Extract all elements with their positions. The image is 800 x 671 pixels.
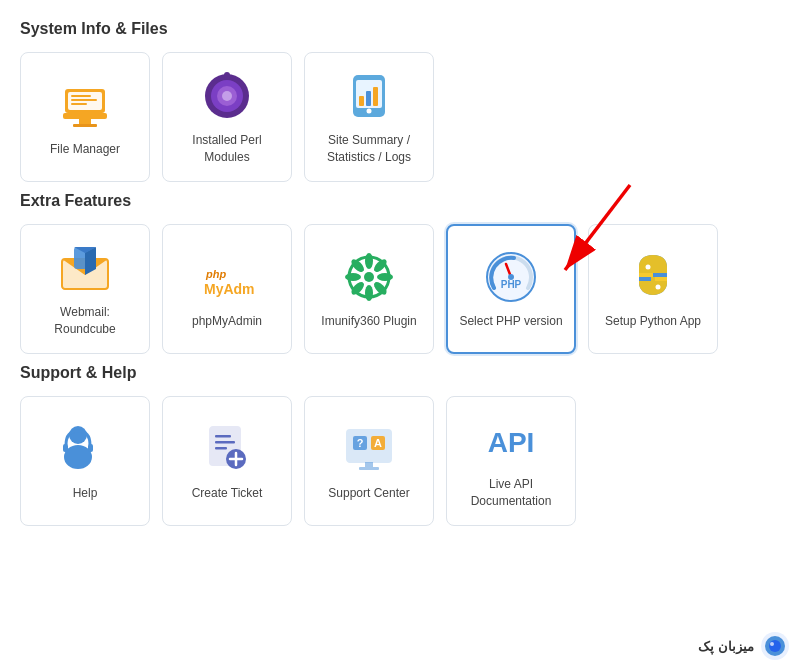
svg-rect-56: [215, 447, 227, 450]
create-ticket-label: Create Ticket: [192, 485, 263, 502]
svg-rect-49: [88, 444, 93, 452]
main-content: System Info & Files: [20, 20, 780, 526]
svg-point-30: [365, 253, 373, 269]
section-title-extra: Extra Features: [20, 192, 780, 210]
api-icon: API: [483, 412, 539, 468]
svg-rect-18: [366, 91, 371, 106]
svg-rect-3: [79, 119, 91, 124]
svg-point-46: [69, 426, 87, 444]
svg-point-13: [222, 91, 232, 101]
svg-point-67: [769, 640, 781, 652]
svg-text:?: ?: [357, 437, 364, 449]
card-create-ticket[interactable]: Create Ticket: [162, 396, 292, 526]
card-file-manager[interactable]: File Manager: [20, 52, 150, 182]
svg-rect-4: [73, 124, 97, 127]
file-manager-icon: [57, 77, 113, 133]
support-center-icon: ? A: [341, 421, 397, 477]
svg-rect-62: [365, 462, 373, 467]
support-grid: Help: [20, 396, 780, 526]
perl-label: Installed Perl Modules: [173, 132, 281, 166]
python-icon: [625, 249, 681, 305]
imunify-label: Imunify360 Plugin: [321, 313, 416, 330]
svg-rect-8: [71, 99, 97, 101]
phpmyadmin-label: phpMyAdmin: [192, 313, 262, 330]
imunify-icon: [341, 249, 397, 305]
section-title-support: Support & Help: [20, 364, 780, 382]
svg-point-39: [364, 272, 374, 282]
svg-text:php: php: [205, 268, 226, 280]
svg-rect-17: [359, 96, 364, 106]
help-label: Help: [73, 485, 98, 502]
watermark-logo: [760, 631, 790, 661]
card-site-summary[interactable]: Site Summary / Statistics / Logs: [304, 52, 434, 182]
card-perl-modules[interactable]: Installed Perl Modules: [162, 52, 292, 182]
section-support-help: Support & Help Help: [20, 364, 780, 526]
svg-rect-7: [71, 95, 91, 97]
svg-text:MyAdmin: MyAdmin: [204, 281, 254, 297]
site-summary-label: Site Summary / Statistics / Logs: [315, 132, 423, 166]
card-live-api[interactable]: API Live API Documentation: [446, 396, 576, 526]
card-support-center[interactable]: ? A Support Center: [304, 396, 434, 526]
phpmyadmin-icon: php MyAdmin: [199, 249, 255, 305]
svg-point-47: [64, 445, 92, 469]
setup-python-label: Setup Python App: [605, 313, 701, 330]
svg-point-32: [377, 273, 393, 281]
svg-point-34: [365, 285, 373, 301]
watermark: میزبان پک: [698, 631, 790, 661]
ticket-icon: [199, 421, 255, 477]
card-help[interactable]: Help: [20, 396, 150, 526]
system-grid: File Manager Installed Perl Modules: [20, 52, 780, 182]
section-title-system: System Info & Files: [20, 20, 780, 38]
svg-text:PHP: PHP: [501, 279, 522, 290]
perl-icon: [199, 68, 255, 124]
card-phpmyadmin[interactable]: php MyAdmin phpMyAdmin: [162, 224, 292, 354]
svg-rect-2: [63, 113, 107, 119]
extra-grid: Webmail: Roundcube php MyAdmin phpMyAdmi…: [20, 224, 780, 354]
section-system-info: System Info & Files: [20, 20, 780, 182]
webmail-icon: [57, 240, 113, 296]
svg-point-68: [770, 642, 774, 646]
support-center-label: Support Center: [328, 485, 409, 502]
svg-text:A: A: [374, 437, 382, 449]
svg-point-36: [345, 273, 361, 281]
card-select-php[interactable]: PHP Select PHP version: [446, 224, 576, 354]
svg-point-44: [646, 264, 651, 269]
live-api-label: Live API Documentation: [457, 476, 565, 510]
help-icon: [57, 421, 113, 477]
card-webmail[interactable]: Webmail: Roundcube: [20, 224, 150, 354]
stats-icon: [341, 68, 397, 124]
svg-rect-9: [71, 103, 87, 105]
file-manager-label: File Manager: [50, 141, 120, 158]
svg-rect-48: [63, 444, 68, 452]
section-extra-features: Extra Features Webmail: Roun: [20, 192, 780, 354]
select-php-label: Select PHP version: [459, 313, 562, 330]
webmail-label: Webmail: Roundcube: [31, 304, 139, 338]
watermark-text: میزبان پک: [698, 639, 754, 654]
svg-rect-54: [215, 435, 231, 438]
card-imunify[interactable]: Imunify360 Plugin: [304, 224, 434, 354]
svg-rect-14: [224, 72, 230, 80]
card-setup-python[interactable]: Setup Python App: [588, 224, 718, 354]
svg-text:API: API: [488, 427, 535, 458]
php-version-icon: PHP: [483, 249, 539, 305]
svg-rect-19: [373, 87, 378, 106]
svg-rect-55: [215, 441, 235, 444]
svg-rect-63: [359, 467, 379, 470]
svg-point-45: [656, 284, 661, 289]
svg-point-20: [367, 109, 372, 114]
